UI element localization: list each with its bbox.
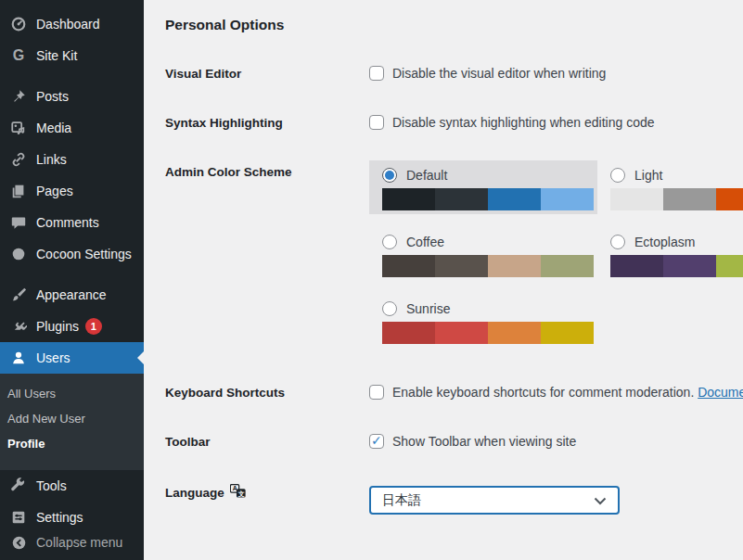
google-g-icon: G [9, 46, 28, 65]
scheme-name: Ectoplasm [634, 235, 695, 249]
color-scheme-option-sunrise[interactable]: Sunrise [369, 294, 597, 348]
sidebar-item-label: Users [36, 350, 70, 365]
sidebar-item-tools[interactable]: Tools [0, 470, 144, 502]
row-visual-editor: Visual Editor Disable the visual editor … [165, 66, 743, 81]
collapse-menu-button[interactable]: Collapse menu [0, 527, 144, 558]
sidebar-item-links[interactable]: Links [0, 144, 144, 175]
sidebar-item-dashboard[interactable]: Dashboard [0, 8, 144, 40]
language-select[interactable]: 日本語 [369, 486, 620, 515]
toolbar-option[interactable]: Show Toolbar when viewing site [369, 434, 743, 449]
row-language: Language A文 日本語 [165, 483, 743, 515]
syntax-highlighting-checkbox[interactable] [369, 115, 384, 130]
swatch-color [716, 255, 743, 277]
swatch-color [488, 188, 541, 210]
field-label: Toolbar [165, 434, 369, 449]
sidebar-item-label: Settings [36, 510, 83, 525]
language-label: Language [165, 486, 224, 500]
sidebar-item-comments[interactable]: Comments [0, 207, 144, 238]
submenu-item-profile[interactable]: Profile [0, 431, 144, 456]
swatch-color [382, 255, 435, 277]
visual-editor-option[interactable]: Disable the visual editor when writing [369, 66, 743, 81]
sidebar-item-media[interactable]: Media [0, 112, 144, 144]
svg-text:文: 文 [237, 490, 244, 498]
profile-personal-options: Personal Options Visual Editor Disable t… [144, 0, 743, 515]
plugin-icon [9, 317, 28, 336]
toolbar-checkbox[interactable] [369, 434, 384, 449]
scheme-name: Default [406, 168, 447, 183]
keyboard-shortcuts-doc-link[interactable]: Documentation on Keyboard Shortcuts [698, 385, 743, 400]
row-keyboard-shortcuts: Keyboard Shortcuts Enable keyboard short… [165, 385, 743, 400]
sidebar-item-site-kit[interactable]: G Site Kit [0, 40, 144, 71]
radio-sunrise[interactable] [382, 301, 397, 316]
row-toolbar: Toolbar Show Toolbar when viewing site [165, 434, 743, 449]
swatch-color [541, 322, 594, 344]
color-scheme-option-coffee[interactable]: Coffee [369, 227, 597, 281]
sidebar-item-plugins[interactable]: Plugins 1 [0, 311, 144, 342]
color-scheme-option-ectoplasm[interactable]: Ectoplasm [597, 227, 743, 281]
paintbrush-icon [9, 286, 28, 304]
sidebar-item-label: Posts [36, 89, 69, 104]
visual-editor-checkbox[interactable] [369, 66, 384, 81]
field-label: Visual Editor [165, 66, 369, 81]
field-label: Admin Color Scheme [165, 164, 369, 179]
sidebar-item-label: Comments [36, 215, 99, 230]
color-scheme-grid: Default Light Coffee [369, 160, 743, 348]
row-admin-color-scheme: Admin Color Scheme Default Light [165, 164, 743, 348]
checkbox-label: Disable syntax highlighting when editing… [392, 115, 655, 130]
translation-icon: A文 [230, 484, 246, 501]
scheme-name: Sunrise [406, 301, 450, 316]
radio-default[interactable] [382, 168, 397, 183]
dashboard-icon [9, 15, 28, 33]
comment-icon [9, 213, 28, 232]
color-swatches [610, 188, 743, 210]
radio-light[interactable] [610, 168, 625, 183]
collapse-menu-label: Collapse menu [36, 535, 122, 550]
swatch-color [435, 322, 488, 344]
pushpin-icon [9, 87, 28, 106]
sidebar-item-label: Tools [36, 478, 67, 493]
checkbox-label: Enable keyboard shortcuts for comment mo… [392, 385, 694, 400]
users-submenu: All Users Add New User Profile [0, 374, 144, 470]
swatch-color [663, 188, 716, 210]
swatch-color [435, 255, 488, 277]
swatch-color [382, 322, 435, 344]
svg-text:A: A [232, 486, 237, 492]
color-swatches [382, 255, 584, 277]
radio-ectoplasm[interactable] [610, 235, 625, 249]
field-label: Syntax Highlighting [165, 115, 369, 130]
sidebar-item-label: Media [36, 121, 71, 135]
sidebar-item-appearance[interactable]: Appearance [0, 279, 144, 311]
sidebar-item-users[interactable]: Users [0, 342, 144, 374]
page-title: Personal Options [165, 17, 743, 33]
sidebar-item-cocoon-settings[interactable]: Cocoon Settings [0, 238, 144, 270]
submenu-item-add-new-user[interactable]: Add New User [0, 406, 144, 431]
submenu-item-all-users[interactable]: All Users [0, 381, 144, 406]
swatch-color [541, 188, 594, 210]
scheme-name: Light [634, 168, 662, 183]
language-selected-value: 日本語 [382, 492, 421, 509]
circle-icon [9, 245, 28, 263]
sidebar-item-pages[interactable]: Pages [0, 175, 144, 207]
keyboard-shortcuts-option[interactable]: Enable keyboard shortcuts for comment mo… [369, 385, 743, 400]
keyboard-shortcuts-checkbox[interactable] [369, 385, 384, 400]
swatch-color [610, 255, 663, 277]
color-scheme-option-light[interactable]: Light [597, 160, 743, 214]
chevron-down-icon [594, 493, 607, 508]
row-syntax-highlighting: Syntax Highlighting Disable syntax highl… [165, 115, 743, 130]
swatch-color [488, 255, 541, 277]
color-scheme-option-default[interactable]: Default [369, 160, 597, 214]
user-icon [9, 349, 28, 367]
swatch-color [382, 188, 435, 210]
link-icon [9, 150, 28, 169]
swatch-color [541, 255, 594, 277]
sidebar-item-posts[interactable]: Posts [0, 81, 144, 112]
checkbox-label: Disable the visual editor when writing [392, 66, 606, 81]
sidebar-item-label: Plugins [36, 319, 79, 334]
syntax-highlighting-option[interactable]: Disable syntax highlighting when editing… [369, 115, 743, 130]
swatch-color [663, 255, 716, 277]
sidebar-item-label: Cocoon Settings [36, 247, 132, 261]
pages-icon [9, 182, 28, 200]
color-swatches [610, 255, 743, 277]
radio-coffee[interactable] [382, 235, 397, 249]
swatch-color [716, 188, 743, 210]
